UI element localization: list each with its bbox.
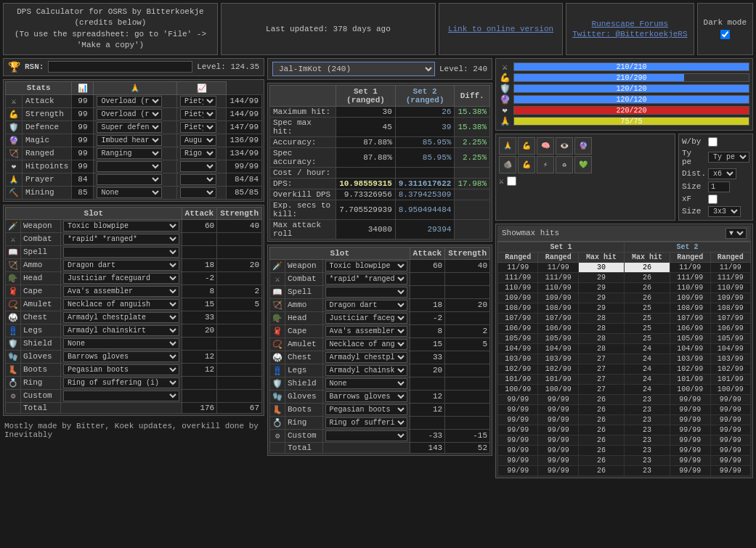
prayer-icon-10[interactable]: 💚 bbox=[574, 156, 592, 173]
equip-item[interactable] bbox=[61, 389, 182, 402]
equip-item[interactable] bbox=[322, 442, 410, 453]
equip-item[interactable]: *rapid* *ranged* bbox=[61, 232, 182, 245]
showmax-select[interactable]: ▼ bbox=[725, 228, 747, 239]
equip-item[interactable]: Necklace of anguish bbox=[322, 338, 410, 351]
equip-slot-name: Boots bbox=[21, 363, 61, 376]
showmax-cell-r1b: 103/99 bbox=[538, 353, 578, 364]
rsn-input[interactable] bbox=[48, 61, 192, 73]
size-input[interactable] bbox=[708, 181, 730, 192]
dps-diff bbox=[455, 219, 490, 239]
showmax-row: 107/99 107/99 28 25 107/99 107/99 bbox=[498, 313, 751, 323]
equip-item[interactable]: Pegasian boots bbox=[322, 403, 410, 416]
equip-item[interactable]: Toxic blowpipe bbox=[322, 259, 410, 272]
equip-item[interactable] bbox=[322, 285, 410, 298]
equip-item[interactable]: None bbox=[61, 337, 182, 350]
equip-item[interactable]: Toxic blowpipe bbox=[61, 219, 182, 232]
darkmode-checkbox[interactable] bbox=[720, 30, 730, 39]
stat-boost2[interactable]: Rigo bbox=[177, 147, 227, 160]
stat-boost1[interactable]: Ranging bbox=[94, 147, 177, 160]
rsn-label: RSN: bbox=[25, 62, 44, 71]
showmax-cell-maxhit1: 28 bbox=[578, 323, 624, 333]
stats-table: Stats 📊 🙏 📈 ⚔️ Attack 99 Overload (rai P… bbox=[5, 81, 262, 200]
equip-item[interactable]: Barrows gloves bbox=[61, 350, 182, 363]
equip-item[interactable]: Dragon dart bbox=[61, 258, 182, 271]
equip-item[interactable]: Ring of suffering (i) bbox=[322, 416, 410, 429]
showmax-cell-r2b: 109/99 bbox=[710, 293, 750, 303]
prayer-icon-4[interactable]: 👁️ bbox=[556, 137, 573, 155]
equip-attack: 18 bbox=[182, 258, 217, 271]
equip-item[interactable]: Armadyl chestplate bbox=[61, 311, 182, 324]
online-link[interactable]: Link to online version bbox=[439, 3, 563, 55]
equip-row: 🧣 Cape Ava's assembler 8 2 bbox=[6, 285, 262, 298]
prayer-icon-9[interactable]: ♻️ bbox=[556, 156, 573, 173]
twitter-link[interactable]: Twitter: @BitterkoekjeRS bbox=[572, 30, 687, 38]
size2-select[interactable]: 3x3 bbox=[708, 206, 741, 217]
darkmode-toggle[interactable]: Dark mode bbox=[697, 3, 753, 55]
equip-item[interactable]: Justiciar faceguard bbox=[61, 271, 182, 285]
showmax-cell-r1a: 101/99 bbox=[498, 374, 538, 384]
forums-link[interactable]: Runescape Forums bbox=[592, 20, 669, 28]
equip-item[interactable]: Justiciar faceguard bbox=[322, 311, 410, 324]
prayer-icon-6[interactable]: 🪨 bbox=[499, 156, 516, 173]
stat-boost1[interactable]: Super defenc bbox=[94, 120, 177, 134]
dps-diff bbox=[455, 167, 490, 178]
showmax-cell-maxhit1: 26 bbox=[578, 465, 624, 475]
xf-checkbox[interactable] bbox=[708, 195, 718, 204]
equip-item[interactable]: Ring of suffering (i) bbox=[61, 376, 182, 389]
equip-item[interactable]: Barrows gloves bbox=[322, 390, 410, 403]
stat-boost1[interactable] bbox=[94, 173, 177, 186]
wiby-checkbox[interactable] bbox=[708, 137, 718, 147]
stat-boost1[interactable]: Overload (rai bbox=[94, 107, 177, 120]
prayer-icon-7[interactable]: 💪 bbox=[518, 156, 535, 173]
stat-boost1[interactable] bbox=[94, 160, 177, 173]
stat-boost2[interactable] bbox=[177, 173, 227, 186]
showmax-cell-r2a: 103/99 bbox=[670, 353, 710, 364]
stat-boost2[interactable] bbox=[177, 160, 227, 173]
stat-boost2[interactable]: Piety bbox=[177, 120, 227, 134]
stat-boost1[interactable]: Imbued heart bbox=[94, 134, 177, 147]
equip-item[interactable]: Pegasian boots bbox=[61, 363, 182, 376]
equip-slot-name: Ammo bbox=[285, 298, 323, 311]
dist-select[interactable]: x6 bbox=[708, 168, 736, 179]
dps-set2: 26 bbox=[395, 106, 455, 117]
equip-row: 🏹 Ammo Dragon dart 18 20 bbox=[270, 298, 490, 311]
equip-item[interactable]: Dragon dart bbox=[322, 298, 410, 311]
equip-strength bbox=[445, 416, 490, 429]
stat-boost1[interactable]: None bbox=[94, 186, 177, 199]
prayer-icon-2[interactable]: 💪 bbox=[518, 137, 535, 155]
equip-item[interactable] bbox=[61, 402, 182, 413]
equip-item[interactable]: Ava's assembler bbox=[322, 324, 410, 338]
stat-boost2[interactable]: Piety bbox=[177, 94, 227, 107]
showmax-row: 111/99 111/99 29 26 111/99 111/99 bbox=[498, 272, 751, 282]
equip-item[interactable]: Necklace of anguish bbox=[61, 298, 182, 311]
equip-item[interactable]: Ava's assembler bbox=[61, 285, 182, 298]
prayer-icon-3[interactable]: 🧠 bbox=[537, 137, 554, 155]
showmax-cell-r2a: 108/99 bbox=[670, 303, 710, 313]
equip-item[interactable]: *rapid* *ranged* bbox=[322, 272, 410, 285]
equip-item[interactable]: None bbox=[322, 377, 410, 390]
vital-icon: ❤️ bbox=[499, 105, 511, 116]
prayer-icon-8[interactable]: ⚡ bbox=[537, 156, 554, 173]
stat-boost2[interactable]: Piety bbox=[177, 107, 227, 120]
stat-boost2[interactable] bbox=[177, 186, 227, 199]
prayer-icon-1[interactable]: 🙏 bbox=[499, 137, 516, 155]
stat-boost2[interactable]: Augu bbox=[177, 134, 227, 147]
online-link-anchor[interactable]: Link to online version bbox=[448, 25, 553, 33]
prayer-icon-5[interactable]: 🔮 bbox=[574, 137, 592, 155]
vital-bar: 210/290 bbox=[513, 73, 749, 82]
equip-item[interactable]: Armadyl chestplate bbox=[322, 351, 410, 364]
equip-item[interactable]: Armadyl chainskirt bbox=[322, 364, 410, 377]
equip-item[interactable] bbox=[322, 429, 410, 442]
equip-item[interactable] bbox=[61, 245, 182, 258]
showmax-row: 100/99 100/99 27 24 100/99 100/99 bbox=[498, 384, 751, 394]
equip-slot-icon bbox=[6, 402, 21, 413]
type-select[interactable]: Ty pe bbox=[708, 152, 749, 163]
combat-checkbox[interactable] bbox=[507, 176, 516, 186]
vital-label: 220/220 bbox=[514, 107, 749, 115]
equip-item[interactable]: Armadyl chainskirt bbox=[61, 324, 182, 337]
equip-slot-name: Combat bbox=[285, 272, 323, 285]
stat-boost1[interactable]: Overload (rai bbox=[94, 94, 177, 107]
sword-icon: ⚔️ bbox=[499, 176, 504, 186]
npc-select[interactable]: Jal-ImKot (240) bbox=[272, 62, 435, 76]
wiby-label: W/by bbox=[682, 137, 704, 146]
